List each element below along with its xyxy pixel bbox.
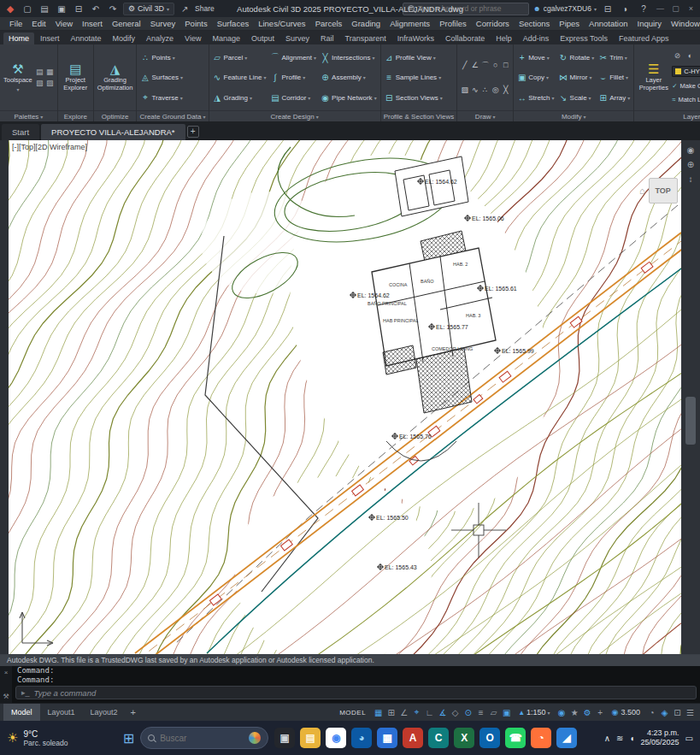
ribbon-tab[interactable]: Modify — [108, 32, 141, 44]
menu-item[interactable]: Annotation — [585, 19, 632, 28]
tab-drawing[interactable]: PROYECTO VILLA-ALEJANDRA* — [41, 124, 185, 140]
draw-tool-icon[interactable]: ∠ — [470, 59, 479, 71]
taskbar-files-icon[interactable]: ▤ — [300, 728, 321, 748]
drawing-canvas[interactable]: EL: 1564.62EL: 1565.06EL: 1565.61EL: 156… — [9, 140, 681, 654]
menu-item[interactable]: Alignments — [385, 19, 434, 28]
new-layout-button[interactable]: + — [126, 707, 141, 717]
taskbar-outlook-icon[interactable]: O — [479, 728, 500, 748]
ribbon-tab[interactable]: Featured Apps — [614, 32, 674, 44]
menu-item[interactable]: Insert — [78, 19, 107, 28]
layer-off-icon[interactable]: ⊘ — [672, 51, 682, 60]
taskbar-chrome-icon[interactable]: ◉ — [326, 728, 346, 748]
taskbar-excel-icon[interactable]: X — [454, 728, 474, 748]
layer-properties-button[interactable]: ☰ Layer Properties — [637, 46, 670, 109]
menu-item[interactable]: File — [5, 19, 26, 28]
isodraft-icon[interactable]: ◇ — [449, 708, 462, 717]
customization-icon[interactable]: ☰ — [684, 708, 697, 717]
menu-item[interactable]: Points — [180, 19, 211, 28]
menu-item[interactable]: View — [51, 19, 77, 28]
graphics-performance-icon[interactable]: ◈ — [658, 708, 671, 717]
panel-label-draw[interactable]: Draw▾ — [457, 110, 513, 121]
save-icon[interactable]: ▣ — [55, 4, 68, 14]
canvas-scrollbar[interactable] — [685, 397, 696, 445]
draw-tool-icon[interactable]: ╳ — [501, 84, 510, 96]
menu-item[interactable]: Surfaces — [213, 19, 254, 28]
section-views-button[interactable]: ⊟Section Views▾ — [384, 91, 455, 105]
draw-tool-icon[interactable]: □ — [501, 59, 510, 71]
ribbon-tab[interactable]: Home — [3, 32, 34, 44]
ribbon-tab[interactable]: View — [179, 32, 206, 44]
panel-label-optimize[interactable]: Optimize — [94, 110, 137, 121]
workspace-gear-icon[interactable]: ⚙ — [581, 708, 594, 717]
inquiry-palette-icon[interactable]: ▧ — [35, 78, 44, 88]
viewcube[interactable]: ⌂ TOP — [639, 178, 678, 203]
ribbon-tab[interactable]: Help — [491, 32, 517, 44]
app-menu-icon[interactable]: ◆ — [3, 3, 17, 15]
draw-tool-icon[interactable]: ∴ — [480, 84, 490, 96]
ortho-icon[interactable]: ∟ — [423, 708, 436, 717]
taskbar-whatsapp-icon[interactable]: ☎ — [505, 728, 526, 748]
tray-chevron-icon[interactable]: ∧ — [604, 734, 610, 743]
ribbon-tab[interactable]: Manage — [207, 32, 245, 44]
open-file-icon[interactable]: ▤ — [38, 4, 51, 14]
panel-label-create-design[interactable]: Create Design▾ — [209, 110, 380, 121]
survey-palette-icon[interactable]: ▨ — [45, 78, 55, 88]
panel-label-layers[interactable]: Layers▾ — [634, 110, 700, 121]
taskbar-store-icon[interactable]: ▦ — [377, 728, 397, 748]
infer-constraints-icon[interactable]: ∠ — [397, 708, 410, 717]
ribbon-tab[interactable]: Collaborate — [440, 32, 490, 44]
taskbar-autocad-icon[interactable]: A — [403, 728, 423, 748]
properties-palette-icon[interactable]: ▤ — [35, 67, 44, 77]
taskbar-clock[interactable]: 4:23 p.m. 25/05/2025 — [641, 728, 679, 748]
menu-item[interactable]: Inquiry — [633, 19, 667, 28]
dynamic-input-icon[interactable]: ⌖ — [410, 707, 423, 717]
ribbon-tab[interactable]: Add-ins — [518, 32, 555, 44]
sample-lines-button[interactable]: ≡Sample Lines▾ — [384, 70, 455, 85]
panel-label-create-ground-data[interactable]: Create Ground Data▾ — [137, 110, 208, 121]
panorama-palette-icon[interactable]: ▦ — [45, 67, 55, 77]
ribbon-tab[interactable]: Annotate — [66, 32, 107, 44]
assembly-button[interactable]: ⊕Assembly▾ — [320, 70, 378, 85]
menu-item[interactable]: Parcels — [311, 19, 347, 28]
new-drawing-tab-button[interactable]: + — [187, 126, 199, 138]
help-icon[interactable]: ? — [637, 4, 650, 14]
viewcube-home-icon[interactable]: ⌂ — [639, 186, 645, 196]
tray-volume-icon[interactable]: ◖ — [629, 734, 634, 743]
taskbar-search[interactable] — [140, 727, 268, 749]
panel-label-modify[interactable]: Modify▾ — [514, 110, 633, 121]
annotation-visibility-icon[interactable]: ◉ — [556, 708, 568, 717]
profile-view-button[interactable]: ⊿Profile View▾ — [384, 50, 455, 65]
menu-item[interactable]: Profiles — [435, 19, 471, 28]
taskbar-vscode-icon[interactable]: ◢ — [556, 728, 577, 748]
level-of-detail-control[interactable]: ◉ 3.500 — [608, 708, 644, 717]
tray-network-icon[interactable]: ≋ — [616, 734, 623, 743]
taskbar-edge-icon[interactable]: ◕ — [351, 728, 372, 748]
taskbar-terminal-icon[interactable]: ▣ — [274, 728, 295, 748]
menu-item[interactable]: Window — [667, 19, 700, 28]
nav-zoom-icon[interactable]: ↕ — [689, 174, 693, 184]
menu-item[interactable]: Corridors — [472, 19, 514, 28]
undo-icon[interactable]: ↶ — [89, 4, 103, 14]
traverse-button[interactable]: ⌖Traverse▾ — [139, 91, 205, 105]
project-explorer-button[interactable]: ▤ Project Explorer — [61, 46, 91, 109]
copy-button[interactable]: ▣Copy▾ — [516, 70, 555, 85]
workspace-switcher[interactable]: ⚙ Civil 3D ▾ — [123, 3, 174, 15]
new-file-icon[interactable]: ▢ — [21, 4, 34, 14]
trim-button[interactable]: ✂Trim▾ — [597, 50, 631, 65]
account-menu[interactable]: ☻ cgalvez7XDU6 ▾ — [533, 4, 597, 13]
menu-item[interactable]: Lines/Curves — [254, 19, 309, 28]
parcel-button[interactable]: ▱Parcel▾ — [212, 50, 268, 65]
draw-tool-icon[interactable]: ⌒ — [480, 59, 490, 71]
command-input[interactable]: ▸_ Type a command — [15, 686, 697, 699]
draw-tool-icon[interactable]: ◎ — [491, 84, 500, 96]
viewcube-top-face[interactable]: TOP — [649, 178, 678, 203]
app-store-icon[interactable]: ⊟ — [601, 4, 615, 14]
ribbon-tab[interactable]: Rail — [315, 32, 339, 44]
layout-tab[interactable]: Layout2 — [83, 704, 126, 721]
selection-cycling-icon[interactable]: ▣ — [500, 708, 513, 717]
restore-button[interactable]: ▢ — [670, 4, 681, 13]
panel-label-profile-section-views[interactable]: Profile & Section Views — [381, 110, 457, 121]
viewport-controls[interactable]: [-][Top][2D Wireframe] — [12, 143, 87, 151]
layer-freeze-icon[interactable]: ◐ — [685, 51, 695, 60]
menu-item[interactable]: General — [108, 19, 145, 28]
